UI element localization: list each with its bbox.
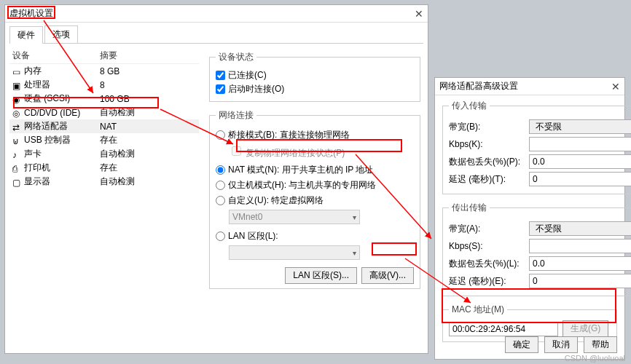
device-row-sound[interactable]: ♪声卡自动检测 — [9, 147, 199, 161]
in-kbps-label: Kbps(K): — [449, 139, 529, 149]
device-name: 处理器 — [24, 79, 50, 91]
device-name: 内存 — [24, 65, 42, 77]
in-kbps-input[interactable] — [529, 137, 631, 151]
memory-icon: ▭ — [12, 67, 21, 76]
col-summary: 摘要 — [100, 50, 196, 62]
tab-bar: 硬件 选项 — [9, 25, 423, 44]
connected-label: 已连接(C) — [228, 69, 267, 82]
device-summary: 存在 — [100, 162, 196, 174]
status-legend: 设备状态 — [216, 51, 256, 63]
device-list: 设备 摘要 ▭内存8 GB▣处理器8◉硬盘 (SCSI)100 GB◎CD/DV… — [9, 48, 199, 299]
ok-button[interactable]: 确定 — [505, 336, 538, 353]
in-loss-label: 数据包丢失(%)(P): — [449, 156, 529, 168]
vm-settings-window: 虚拟机设置 ✕ 硬件 选项 设备 摘要 ▭内存8 GB▣处理器8◉硬盘 (SCS… — [4, 4, 428, 354]
out-latency-input[interactable] — [529, 274, 631, 288]
help-button[interactable]: 帮助 — [584, 336, 617, 353]
device-name: CD/DVD (IDE) — [24, 108, 80, 118]
device-row-cd[interactable]: ◎CD/DVD (IDE)自动检测 — [9, 106, 199, 119]
vmnet-select: VMnet0▾ — [229, 210, 360, 224]
device-name: 网络适配器 — [24, 120, 68, 132]
device-name: 显示器 — [24, 175, 50, 188]
device-status-group: 设备状态 已连接(C) 启动时连接(O) — [209, 51, 420, 102]
watermark: CSDN @luoluoal — [565, 354, 625, 363]
hostonly-label: 仅主机模式(H): 与主机共享的专用网络 — [228, 179, 376, 191]
net-icon: ⇄ — [12, 122, 21, 131]
in-bandwidth-label: 带宽(B): — [449, 121, 529, 133]
in-latency-label: 延迟 (毫秒)(T): — [449, 173, 529, 186]
device-summary: 自动检测 — [100, 106, 196, 119]
lan-segments-button[interactable]: LAN 区段(S)... — [285, 267, 357, 284]
netconn-legend: 网络连接 — [216, 109, 256, 122]
nat-label: NAT 模式(N): 用于共享主机的 IP 地址 — [228, 164, 373, 176]
usb-icon: ⊍ — [12, 136, 21, 145]
out-latency-label: 延迟 (毫秒)(E): — [449, 275, 529, 288]
hostonly-radio[interactable] — [216, 181, 225, 190]
out-kbps-input[interactable] — [529, 239, 631, 253]
device-row-usb[interactable]: ⊍USB 控制器存在 — [9, 133, 199, 147]
display-icon: ▢ — [12, 178, 21, 186]
device-row-disk[interactable]: ◉硬盘 (SCSI)100 GB — [9, 92, 199, 106]
lan-label: LAN 区段(L): — [228, 230, 278, 242]
window-title: 网络适配器高级设置 — [439, 80, 518, 92]
titlebar: 网络适配器高级设置 ✕ — [435, 78, 624, 95]
in-loss-input[interactable] — [529, 154, 631, 169]
in-bandwidth-select[interactable]: 不受限 — [529, 119, 631, 134]
device-summary: 存在 — [100, 134, 196, 146]
incoming-legend: 传入传输 — [449, 100, 490, 112]
custom-label: 自定义(U): 特定虚拟网络 — [228, 194, 324, 207]
device-name: 硬盘 (SCSI) — [24, 92, 70, 105]
window-title: 虚拟机设置 — [9, 7, 53, 20]
out-bandwidth-select[interactable]: 不受限 — [529, 221, 631, 236]
lan-segment-select: ▾ — [229, 245, 360, 260]
outgoing-group: 传出传输 带宽(A):不受限 Kbps(S): 数据包丢失(%)(L): 延迟 … — [442, 202, 631, 296]
sound-icon: ♪ — [12, 150, 21, 159]
device-row-cpu[interactable]: ▣处理器8 — [9, 78, 199, 92]
connect-on-poweron-checkbox[interactable] — [216, 84, 225, 94]
out-loss-input[interactable] — [529, 256, 631, 271]
titlebar: 虚拟机设置 ✕ — [5, 5, 428, 23]
cpu-icon: ▣ — [12, 81, 21, 90]
device-name: 声卡 — [24, 148, 42, 160]
nat-radio[interactable] — [216, 165, 225, 175]
device-summary: NAT — [100, 122, 196, 132]
custom-radio[interactable] — [216, 196, 225, 205]
replicate-checkbox — [232, 146, 241, 156]
connected-checkbox[interactable] — [216, 71, 225, 80]
cd-icon: ◎ — [12, 108, 21, 117]
lan-segment-radio[interactable] — [216, 232, 225, 241]
disk-icon: ◉ — [12, 95, 21, 103]
device-summary: 自动检测 — [100, 175, 196, 188]
generate-mac-button: 生成(G) — [563, 320, 608, 337]
network-connection-group: 网络连接 桥接模式(B): 直接连接物理网络 复制物理网络连接状态(P) NAT… — [209, 109, 420, 289]
device-row-memory[interactable]: ▭内存8 GB — [9, 64, 199, 78]
device-summary: 8 — [100, 80, 196, 90]
device-name: USB 控制器 — [24, 134, 71, 146]
replicate-label: 复制物理网络连接状态(P) — [246, 148, 345, 158]
advanced-settings-window: 网络适配器高级设置 ✕ 传入传输 带宽(B):不受限 Kbps(K): 数据包丢… — [434, 77, 625, 360]
device-detail: 设备状态 已连接(C) 启动时连接(O) 网络连接 桥接模式(B): 直接连接物… — [206, 48, 423, 299]
bridged-radio[interactable] — [216, 130, 225, 140]
bridged-label: 桥接模式(B): 直接连接物理网络 — [228, 129, 350, 141]
col-device: 设备 — [12, 50, 100, 62]
advanced-button[interactable]: 高级(V)... — [361, 267, 414, 284]
tab-hardware[interactable]: 硬件 — [9, 26, 43, 44]
device-summary: 100 GB — [100, 94, 196, 104]
out-kbps-label: Kbps(S): — [449, 241, 529, 251]
tab-options[interactable]: 选项 — [44, 25, 78, 43]
cancel-button[interactable]: 取消 — [544, 336, 578, 353]
out-loss-label: 数据包丢失(%)(L): — [449, 258, 529, 270]
chevron-down-icon: ▾ — [353, 249, 356, 257]
in-latency-input[interactable] — [529, 172, 631, 186]
incoming-group: 传入传输 带宽(B):不受限 Kbps(K): 数据包丢失(%)(P): 延迟 … — [442, 100, 631, 194]
mac-legend: MAC 地址(M) — [449, 304, 507, 316]
outgoing-legend: 传出传输 — [449, 202, 490, 214]
device-row-net[interactable]: ⇄网络适配器NAT — [9, 119, 199, 133]
device-summary: 自动检测 — [100, 148, 196, 160]
device-row-printer[interactable]: ⎙打印机存在 — [9, 161, 199, 175]
close-icon[interactable]: ✕ — [611, 81, 620, 92]
device-row-display[interactable]: ▢显示器自动检测 — [9, 175, 199, 189]
device-name: 打印机 — [24, 162, 50, 174]
mac-address-input[interactable] — [449, 322, 558, 336]
printer-icon: ⎙ — [12, 164, 21, 173]
close-icon[interactable]: ✕ — [415, 8, 423, 20]
